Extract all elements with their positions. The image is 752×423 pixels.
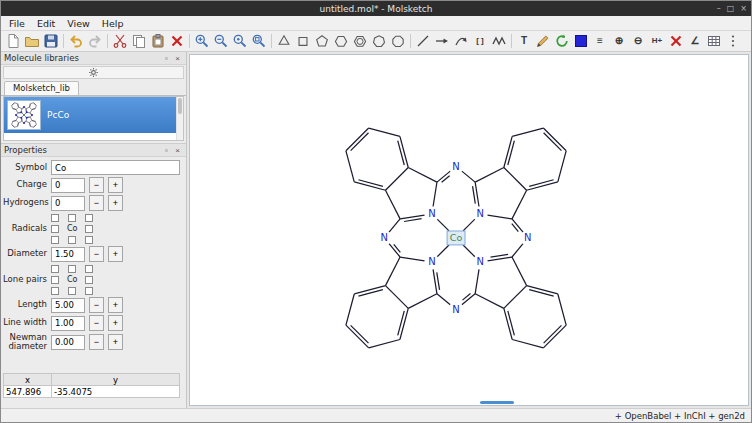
ring-5-button[interactable] [313,32,331,50]
radicals-checkbox[interactable] [85,236,93,244]
bond[interactable] [35,121,36,124]
charge-minus-button[interactable]: ⊖ [629,32,647,50]
grid-tool-button[interactable] [705,32,723,50]
radicals-checkbox[interactable] [51,236,59,244]
bond[interactable] [346,151,354,182]
bond[interactable] [19,121,22,123]
curved-arrow-button[interactable] [452,32,470,50]
bond[interactable] [346,294,354,325]
bond[interactable] [26,121,29,123]
aromatic-ring-button[interactable] [351,32,369,50]
nitrogen-atom[interactable]: N [524,232,531,243]
bond[interactable] [543,325,566,348]
rotate-tool-button[interactable] [553,32,571,50]
nitrogen-atom[interactable]: N [428,208,435,219]
redo-button[interactable] [86,32,104,50]
bond[interactable] [504,286,527,309]
bond[interactable] [512,128,543,136]
bond[interactable] [558,151,566,182]
lone-pairs-checkbox[interactable] [68,265,76,273]
chain-button[interactable] [490,32,508,50]
minimize-icon[interactable]: – [717,5,721,13]
bond[interactable] [385,190,400,219]
lone-pairs-checkbox[interactable] [68,287,76,295]
bond[interactable] [385,168,408,191]
tab-molsketch-lib[interactable]: Molsketch_lib [4,81,79,95]
charge-plus-button[interactable]: ⊕ [610,32,628,50]
diameter-increment-button[interactable]: + [108,246,123,262]
bond[interactable] [12,121,13,124]
menu-file[interactable]: File [4,17,30,30]
newman-diameter-input[interactable] [51,335,85,350]
coord-cell-x[interactable]: 547.896 [4,386,52,398]
zoom-original-button[interactable] [231,32,249,50]
radicals-checkbox[interactable] [68,236,76,244]
bond[interactable] [30,126,33,127]
ring-6-button[interactable] [332,32,350,50]
bond[interactable] [14,103,17,104]
nitrogen-atom[interactable]: N [476,208,483,219]
dock-float-icon[interactable]: ▫ [161,145,172,156]
hydrogens-input[interactable] [51,196,85,211]
coord-cell-y[interactable]: -35.4075 [52,386,180,398]
dock-float-icon[interactable]: ▫ [161,53,172,64]
lone-pairs-checkbox[interactable] [51,276,59,284]
bond[interactable] [433,182,437,206]
canvas-horizontal-scrollbar[interactable] [190,400,748,405]
bond[interactable] [512,257,527,286]
radicals-checkbox[interactable] [51,214,59,222]
bond[interactable] [475,269,479,293]
bond[interactable] [16,117,18,120]
bond[interactable] [16,107,19,110]
dock-close-icon[interactable]: × [172,53,183,64]
nitrogen-atom[interactable]: N [381,232,388,243]
bond[interactable] [30,110,32,113]
coord-x-header[interactable]: x [4,374,52,386]
bond[interactable] [512,244,523,257]
zoom-in-button[interactable] [193,32,211,50]
save-file-button[interactable] [42,32,60,50]
cobalt-atom[interactable]: Co [450,232,463,243]
add-hydrogen-button[interactable]: H+ [648,32,666,50]
bond[interactable] [504,168,527,191]
charge-decrement-button[interactable]: − [89,177,104,193]
line-width-decrement-button[interactable]: − [89,315,104,331]
drawing-canvas[interactable]: CoNNNNNNNN [189,54,749,406]
radicals-checkbox[interactable] [68,214,76,222]
bond[interactable] [385,286,408,309]
bond[interactable] [385,257,400,286]
bond[interactable] [346,325,369,348]
ring-4-button[interactable] [294,32,312,50]
bond[interactable] [558,294,566,325]
close-icon[interactable]: × [740,5,747,13]
color-swatch-button[interactable] [572,32,590,50]
lone-pairs-checkbox[interactable] [51,287,59,295]
library-scrollbar[interactable] [176,97,183,140]
bond[interactable] [463,219,475,231]
zoom-out-button[interactable] [212,32,230,50]
paste-button[interactable] [149,32,167,50]
lone-pairs-checkbox[interactable] [51,265,59,273]
hydrogens-increment-button[interactable]: + [108,195,123,211]
bond[interactable] [475,294,504,309]
bond[interactable] [35,105,36,108]
bond[interactable] [408,168,437,183]
bond[interactable] [463,245,475,257]
reaction-arrow-button[interactable] [433,32,451,50]
scrollbar-handle[interactable] [480,401,514,404]
bond[interactable] [16,110,18,113]
diameter-decrement-button[interactable]: − [89,246,104,262]
lone-pairs-checkbox[interactable] [85,276,93,284]
diameter-input[interactable] [51,247,85,262]
bond[interactable] [19,107,22,109]
menu-help[interactable]: Help [97,17,129,30]
delete-button[interactable] [168,32,186,50]
open-file-button[interactable] [23,32,41,50]
bond[interactable] [34,103,37,106]
bond[interactable] [29,107,32,110]
line-width-increment-button[interactable]: + [108,315,123,331]
bond[interactable] [437,219,449,231]
brackets-button[interactable]: [ ] [471,32,489,50]
bond[interactable] [389,219,400,232]
new-file-button[interactable] [4,32,22,50]
